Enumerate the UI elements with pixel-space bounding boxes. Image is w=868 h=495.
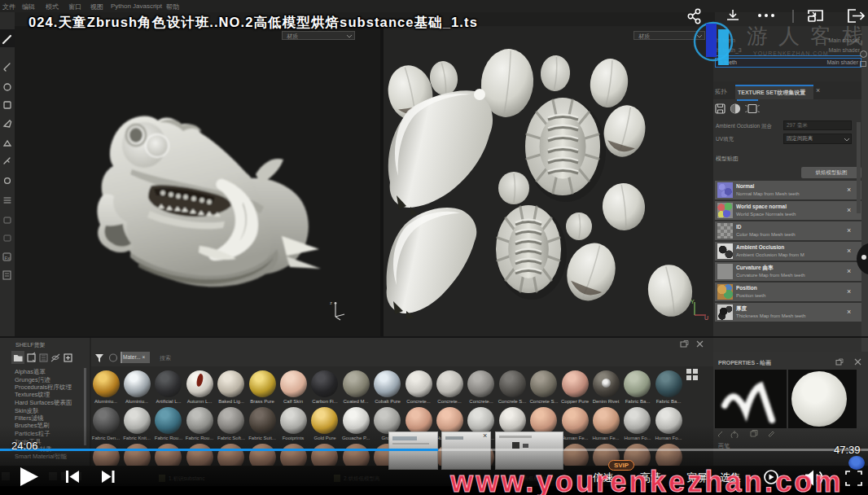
svg-text:Y: Y [690,299,695,304]
svg-text:Fx: Fx [5,256,11,261]
svg-text:U: U [704,315,708,320]
svg-text:z: z [330,300,332,305]
